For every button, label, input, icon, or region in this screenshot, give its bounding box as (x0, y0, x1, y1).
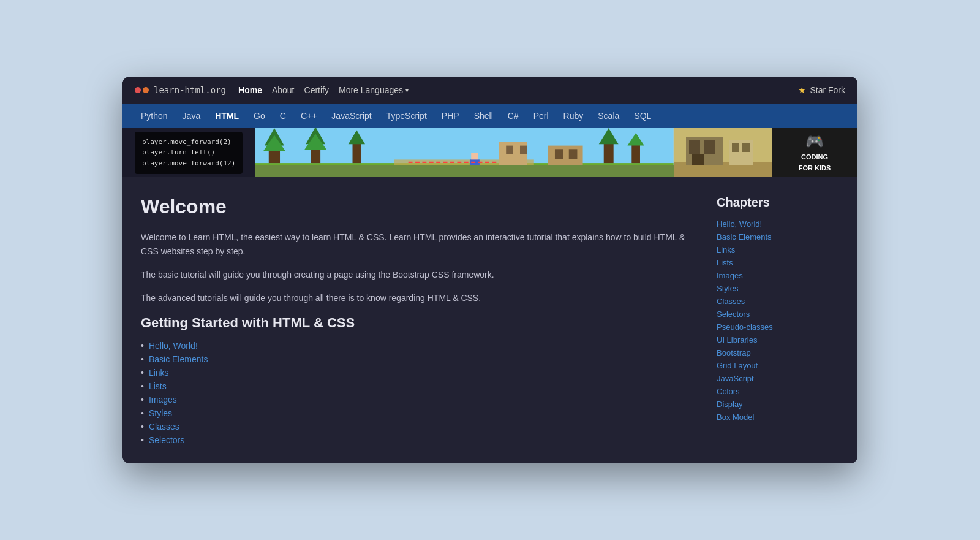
svg-rect-17 (548, 146, 583, 167)
chapter-links: Hello, World!Basic ElementsLinksListsIma… (717, 219, 839, 422)
welcome-title: Welcome (141, 196, 692, 218)
lang-shell[interactable]: Shell (468, 108, 499, 123)
getting-started-list: Hello, World!Basic ElementsLinksListsIma… (141, 341, 692, 445)
list-link-classes[interactable]: Classes (149, 422, 179, 432)
chapter-pseudo-classes[interactable]: Pseudo-classes (717, 322, 839, 332)
svg-rect-29 (692, 154, 704, 165)
chapter-box-model[interactable]: Box Model (717, 413, 839, 422)
list-item: Basic Elements (141, 354, 692, 364)
list-link-selectors[interactable]: Selectors (149, 435, 184, 445)
logo-dot-red (135, 87, 141, 93)
chapter-hello--world-[interactable]: Hello, World! (717, 219, 839, 229)
svg-rect-32 (742, 143, 750, 152)
banner-game-scene (255, 128, 674, 177)
nav-about[interactable]: About (272, 85, 295, 95)
code-line-3: player.move_forward(12) (142, 158, 235, 169)
welcome-para-3: The advanced tutorials will guide you th… (141, 291, 692, 305)
list-item: Styles (141, 408, 692, 418)
lang-python[interactable]: Python (135, 108, 174, 123)
list-item: Hello, World! (141, 341, 692, 351)
lang-csharp[interactable]: C# (502, 108, 525, 123)
logo-dot-orange (143, 87, 149, 93)
nav-certify[interactable]: Certify (304, 85, 329, 95)
list-item: Classes (141, 422, 692, 432)
list-link-basic-elements[interactable]: Basic Elements (149, 354, 208, 364)
coding-kids-text-2: FOR KIDS (799, 164, 831, 172)
top-nav-right: ★ Star Fork (798, 85, 845, 95)
svg-rect-28 (704, 140, 715, 154)
chapter-colors[interactable]: Colors (717, 387, 839, 396)
list-item: Images (141, 395, 692, 405)
chapter-bootstrap[interactable]: Bootstrap (717, 348, 839, 357)
chapter-display[interactable]: Display (717, 400, 839, 409)
list-item: Selectors (141, 435, 692, 445)
svg-rect-27 (689, 140, 700, 154)
banner-code-section: player.move_forward(2) player.turn_left(… (123, 128, 255, 177)
code-line-2: player.turn_left() (142, 147, 235, 158)
lang-cplus+[interactable]: C++ (295, 108, 323, 123)
content-area: Welcome Welcome to Learn HTML, the easie… (141, 196, 717, 445)
right-scene-svg (674, 128, 772, 177)
lang-perl[interactable]: Perl (527, 108, 555, 123)
welcome-para-2: The basic tutorial will guide you throug… (141, 268, 692, 281)
logo-area: learn-html.org (135, 85, 226, 95)
top-nav-links: Home About Certify More Languages ▾ (238, 85, 409, 95)
top-nav-left: learn-html.org Home About Certify More L… (135, 85, 409, 95)
chapter-styles[interactable]: Styles (717, 284, 839, 293)
lang-ruby[interactable]: Ruby (557, 108, 590, 123)
coding-kids-icon: 🎮 (805, 133, 824, 150)
list-link-hello--world-[interactable]: Hello, World! (149, 341, 198, 351)
top-nav: learn-html.org Home About Certify More L… (123, 77, 858, 104)
list-link-styles[interactable]: Styles (149, 408, 172, 418)
coding-kids-text-1: CODING (801, 153, 828, 161)
pixel-ground (255, 165, 674, 177)
lang-javascript[interactable]: JavaScript (325, 108, 377, 123)
svg-rect-19 (569, 150, 578, 159)
main-window: learn-html.org Home About Certify More L… (123, 77, 858, 463)
lang-c[interactable]: C (274, 108, 292, 123)
lang-sql[interactable]: SQL (628, 108, 657, 123)
chapter-selectors[interactable]: Selectors (717, 310, 839, 319)
lang-scala[interactable]: Scala (592, 108, 625, 123)
list-link-links[interactable]: Links (149, 368, 169, 378)
chapter-grid-layout[interactable]: Grid Layout (717, 361, 839, 370)
lang-java[interactable]: Java (176, 108, 207, 123)
chapters-title: Chapters (717, 196, 839, 210)
svg-rect-18 (555, 150, 564, 159)
lang-php[interactable]: PHP (435, 108, 466, 123)
logo-dots (135, 87, 149, 93)
sidebar: Chapters Hello, World!Basic ElementsLink… (717, 196, 839, 445)
star-icon: ★ (798, 85, 806, 95)
svg-rect-16 (520, 146, 527, 154)
list-link-images[interactable]: Images (149, 395, 177, 405)
chevron-down-icon: ▾ (405, 87, 409, 94)
logo-text: learn-html.org (154, 85, 226, 95)
language-bar: PythonJavaHTMLGoCC++JavaScriptTypeScript… (123, 104, 858, 128)
code-line-1: player.move_forward(2) (142, 137, 235, 148)
banner: player.move_forward(2) player.turn_left(… (123, 128, 858, 177)
svg-rect-15 (507, 146, 513, 154)
banner-right-scene (674, 128, 772, 177)
chapter-links[interactable]: Links (717, 245, 839, 254)
chapter-classes[interactable]: Classes (717, 297, 839, 306)
star-fork-button[interactable]: ★ Star Fork (798, 85, 845, 95)
list-item: Lists (141, 381, 692, 391)
lang-typescript[interactable]: TypeScript (380, 108, 433, 123)
list-item: Links (141, 368, 692, 378)
getting-started-title: Getting Started with HTML & CSS (141, 315, 692, 331)
chapter-ui-libraries[interactable]: UI Libraries (717, 335, 839, 344)
coding-for-kids-banner[interactable]: 🎮 CODING FOR KIDS (772, 128, 858, 177)
lang-go[interactable]: Go (247, 108, 271, 123)
nav-home[interactable]: Home (238, 85, 262, 95)
chapter-javascript[interactable]: JavaScript (717, 374, 839, 383)
list-link-lists[interactable]: Lists (149, 381, 167, 391)
main-content: Welcome Welcome to Learn HTML, the easie… (123, 177, 858, 463)
lang-html[interactable]: HTML (209, 108, 245, 123)
chapter-lists[interactable]: Lists (717, 258, 839, 267)
banner-code-block: player.move_forward(2) player.turn_left(… (135, 132, 243, 174)
nav-more-languages[interactable]: More Languages ▾ (339, 85, 409, 95)
chapter-basic-elements[interactable]: Basic Elements (717, 232, 839, 241)
chapter-images[interactable]: Images (717, 271, 839, 280)
welcome-para-1: Welcome to Learn HTML, the easiest way t… (141, 230, 692, 258)
star-fork-label: Star Fork (810, 85, 845, 95)
